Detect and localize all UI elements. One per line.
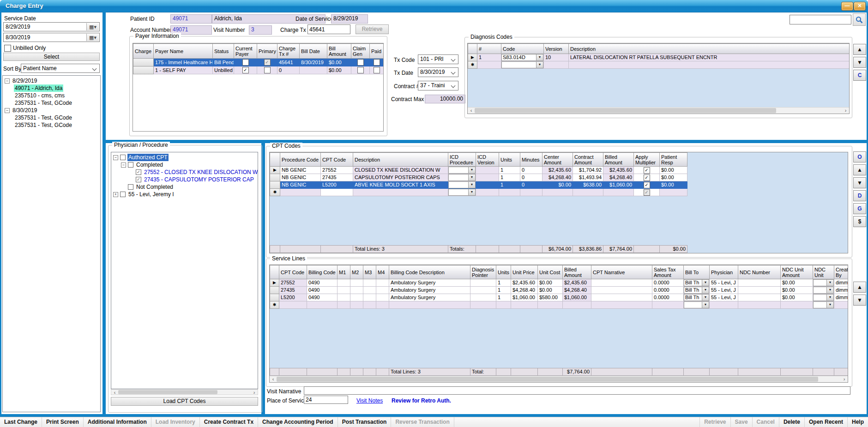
grid-row[interactable]: 175 - Immel Healthcare HBill Pendi✓45641… [133, 59, 384, 66]
visit-notes-link[interactable]: Visit Notes [356, 397, 383, 404]
load-cpt-codes-button[interactable]: Load CPT Codes [111, 397, 258, 406]
column-header[interactable]: NDC Unit Amount [781, 265, 813, 279]
column-header[interactable]: Sales Tax Amount [652, 265, 684, 279]
grid-row[interactable]: NB GENIC27435CAPSULOTOMY POSTERIOR CAPS▼… [270, 174, 687, 181]
scroll-thumb[interactable] [118, 390, 217, 394]
place-of-service-input[interactable] [304, 396, 348, 404]
column-header[interactable]: Unit Cost [538, 265, 563, 279]
diagnosis-move-down-button[interactable]: ▼ [853, 57, 866, 68]
grid-row[interactable]: NB GENICL5200ABVE KNEE MOLD SOCKT 1 AXIS… [270, 181, 687, 189]
checkbox[interactable] [357, 59, 364, 66]
tree-group[interactable]: −8/30/2019 [3, 107, 100, 114]
grid-row[interactable]: ✱▼ [468, 61, 850, 69]
dropdown-button[interactable]: ▼ [468, 174, 475, 180]
column-header[interactable]: Status [213, 44, 234, 59]
column-header[interactable]: Payer Name [154, 44, 213, 59]
diagnosis-c-button[interactable]: C [853, 70, 866, 81]
checkbox[interactable] [374, 59, 380, 66]
expand-icon[interactable]: + [113, 192, 118, 197]
column-header[interactable]: Bill Amount [327, 44, 351, 59]
tree-item[interactable]: 2357531 - Test, GCode [3, 121, 100, 129]
statusbar-item-print-screen[interactable]: Print Screen [42, 417, 84, 427]
cpt-d-button[interactable]: D [853, 190, 866, 201]
visit-narrative-input[interactable] [304, 386, 850, 395]
column-header[interactable]: Code [501, 44, 544, 54]
close-button[interactable]: ✕ [854, 2, 866, 11]
tree-item[interactable]: −Completed [111, 161, 258, 168]
contract-dropdown[interactable]: 37 - Traini [418, 81, 458, 90]
column-header[interactable]: Contract Amount [573, 153, 603, 167]
column-header[interactable]: Physician [710, 265, 738, 279]
service-move-up-button[interactable]: ▲ [853, 282, 866, 293]
checkbox[interactable]: ✓ [242, 67, 249, 73]
column-header[interactable]: ICD Version [476, 153, 499, 167]
column-header[interactable]: Billed Amount [563, 265, 591, 279]
tree-checkbox[interactable] [128, 184, 133, 190]
checkbox[interactable] [374, 67, 380, 73]
dropdown-button[interactable]: ▼ [468, 182, 475, 188]
checkbox[interactable]: ✓ [644, 167, 650, 174]
sort-by-dropdown[interactable]: Patient Name [21, 64, 100, 73]
column-header[interactable]: Create By [834, 265, 849, 279]
column-header[interactable]: Charge Tx # [277, 44, 300, 59]
column-header[interactable]: CPT Code [321, 153, 353, 167]
grid-row[interactable]: 274350490Ambulatory Surgery1$4,268.40$0.… [270, 287, 849, 294]
dropdown-button[interactable]: ▼ [702, 280, 709, 286]
tree-group[interactable]: −8/29/2019 [3, 77, 100, 84]
tree-item[interactable]: 2357531 - Test, GCode [3, 99, 100, 107]
physician-tree-scrollbar[interactable]: ‹ › [111, 389, 258, 395]
tree-checkbox[interactable]: ✓ [136, 169, 141, 175]
column-header[interactable]: NDC Number [738, 265, 781, 279]
column-header[interactable]: Description [353, 153, 448, 167]
column-header[interactable]: Procedure Code [280, 153, 321, 167]
column-header[interactable]: M4 [376, 265, 389, 279]
dropdown-button[interactable]: ▼ [826, 280, 833, 286]
column-header[interactable]: Billing Code [307, 265, 338, 279]
column-header[interactable]: Diagnosis Pointer [470, 265, 496, 279]
dropdown-button[interactable]: ▼ [536, 62, 543, 68]
column-header[interactable]: Paid [370, 44, 384, 59]
grid-row[interactable]: ✱▼▼ [270, 301, 849, 309]
collapse-icon[interactable]: − [113, 155, 118, 160]
tree-item[interactable]: +55 - Levi, Jeremy I [111, 191, 258, 198]
column-header[interactable]: Charge [133, 44, 154, 59]
statusbar-item-create-contract-tx[interactable]: Create Contract Tx [200, 417, 258, 427]
column-header[interactable] [468, 44, 477, 54]
grid-row[interactable]: ✱▼✓ [270, 189, 687, 196]
select-button[interactable]: Select [3, 53, 100, 61]
grid-row[interactable]: ▶1S83.014D▼10LATERAL DISLOCATION RT PATE… [468, 54, 850, 61]
collapse-icon[interactable]: − [5, 108, 10, 113]
scroll-thumb[interactable] [277, 377, 818, 382]
column-header[interactable]: Center Amount [542, 153, 573, 167]
scroll-thumb[interactable] [475, 108, 776, 113]
statusbar-item-additional-information[interactable]: Additional Information [84, 417, 151, 427]
dropdown-button[interactable]: ▼ [826, 287, 833, 293]
tree-item[interactable]: Not Completed [111, 183, 258, 191]
column-header[interactable]: Bill Date [300, 44, 327, 59]
tree-checkbox[interactable]: ✓ [136, 177, 141, 182]
statusbar-item-change-accounting-period[interactable]: Change Accounting Period [258, 417, 338, 427]
minimize-button[interactable]: — [841, 2, 853, 11]
column-header[interactable]: CPT Code [279, 265, 307, 279]
column-header[interactable]: Current Payer [234, 44, 257, 59]
dropdown-button[interactable]: ▼ [468, 189, 475, 195]
column-header[interactable]: Units [499, 153, 520, 167]
column-header[interactable]: M1 [338, 265, 350, 279]
dropdown-button[interactable]: ▼ [702, 302, 709, 308]
column-header[interactable]: Primary [257, 44, 277, 59]
column-header[interactable]: Apply Multiplier [634, 153, 660, 167]
search-button[interactable] [853, 13, 866, 26]
charge-tx-input[interactable] [307, 24, 350, 34]
statusbar-item-open-recent[interactable]: Open Recent [804, 417, 847, 427]
dropdown-button[interactable]: ▼ [826, 295, 833, 301]
dropdown-button[interactable]: ▼ [702, 295, 709, 301]
tree-checkbox[interactable] [128, 162, 133, 168]
tx-code-dropdown[interactable]: 101 - PRI [418, 54, 458, 64]
tree-checkbox[interactable] [120, 155, 126, 160]
column-header[interactable]: ICD Procedure [448, 153, 476, 167]
search-input[interactable] [790, 15, 851, 24]
column-header[interactable]: # [477, 44, 501, 54]
service-date-from-picker[interactable]: 8/29/2019 ▦▾ [3, 22, 100, 31]
dropdown-button[interactable]: ▼ [468, 167, 475, 173]
checkbox[interactable]: ✓ [644, 189, 650, 196]
